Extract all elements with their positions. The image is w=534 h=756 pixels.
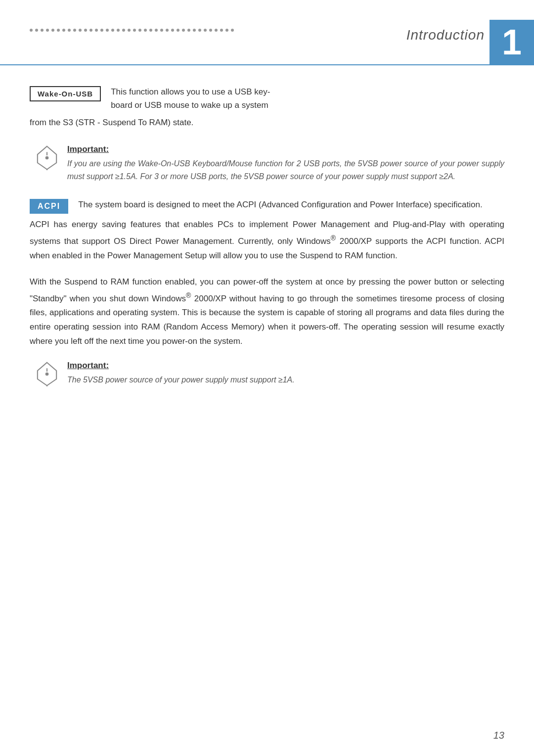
dot — [95, 29, 98, 32]
dot — [155, 29, 158, 32]
important-label-1: Important: — [67, 144, 504, 154]
dot — [149, 29, 152, 32]
dot — [117, 29, 120, 32]
dot — [225, 29, 228, 32]
header-title-area: Introduction 1 — [406, 20, 534, 64]
wake-usb-description: This function allows you to use a USB ke… — [111, 85, 270, 112]
svg-point-2 — [45, 156, 49, 159]
dot — [84, 29, 87, 32]
dot — [111, 29, 114, 32]
dot — [62, 29, 65, 32]
important-content-1: Important: If you are using the Wake-On-… — [67, 144, 504, 184]
dot — [79, 29, 82, 32]
chapter-number: 1 — [490, 20, 534, 64]
dot — [68, 29, 71, 32]
dot — [182, 29, 185, 32]
dot — [51, 29, 54, 32]
dot — [128, 29, 131, 32]
important-content-2: Important: The 5VSB power source of your… — [67, 361, 504, 386]
page-number: 13 — [493, 730, 504, 741]
important-box-1: Important: If you are using the Wake-On-… — [30, 144, 504, 184]
dot — [215, 29, 218, 32]
dot — [30, 29, 33, 32]
dot — [187, 29, 190, 32]
important-text-1: If you are using the Wake-On-USB Keyboar… — [67, 157, 504, 184]
important-label-2: Important: — [67, 361, 504, 371]
dot — [198, 29, 201, 32]
dot — [46, 29, 49, 32]
dot — [166, 29, 169, 32]
page-title: Introduction — [406, 20, 490, 64]
dot — [35, 29, 38, 32]
dot — [133, 29, 136, 32]
acpi-section: ACPI The system board is designed to mee… — [30, 198, 504, 263]
page-container: Introduction 1 Wake-On-USB This function… — [0, 0, 534, 756]
dot — [209, 29, 212, 32]
acpi-body-text: ACPI has energy saving features that ena… — [30, 218, 504, 263]
warning-icon-2 — [35, 362, 59, 386]
dot — [204, 29, 207, 32]
acpi-block: ACPI The system board is designed to mee… — [30, 198, 504, 214]
main-content: Wake-On-USB This function allows you to … — [0, 65, 534, 428]
dot — [73, 29, 76, 32]
wake-usb-block: Wake-On-USB This function allows you to … — [30, 85, 504, 112]
dots-line — [30, 29, 234, 32]
wake-usb-continuation: from the S3 (STR - Suspend To RAM) state… — [30, 116, 504, 129]
dot — [106, 29, 109, 32]
dot — [177, 29, 179, 32]
dot — [231, 29, 234, 32]
important-text-2: The 5VSB power source of your power supp… — [67, 374, 504, 386]
dot — [100, 29, 103, 32]
dot — [160, 29, 163, 32]
wake-usb-badge: Wake-On-USB — [30, 86, 101, 101]
dot — [122, 29, 125, 32]
warning-icon — [35, 145, 59, 170]
acpi-description: The system board is designed to meet the… — [78, 198, 482, 211]
suspend-paragraph: With the Suspend to RAM function enabled… — [30, 275, 504, 349]
dot — [138, 29, 141, 32]
dot — [220, 29, 223, 32]
important-box-2: Important: The 5VSB power source of your… — [30, 361, 504, 386]
acpi-badge: ACPI — [30, 199, 68, 214]
dot — [144, 29, 147, 32]
dot — [57, 29, 60, 32]
wake-usb-section: Wake-On-USB This function allows you to … — [30, 85, 504, 130]
dot — [41, 29, 44, 32]
dot — [89, 29, 92, 32]
dot — [171, 29, 174, 32]
dot — [193, 29, 196, 32]
header-bar: Introduction 1 — [0, 0, 534, 64]
svg-point-6 — [45, 372, 49, 376]
